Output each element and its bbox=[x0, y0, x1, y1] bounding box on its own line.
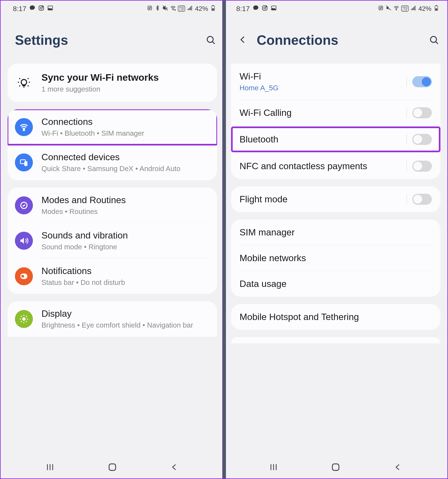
brightness-icon bbox=[15, 310, 33, 328]
settings-screen: 8:17 bbox=[1, 1, 224, 478]
back-icon[interactable] bbox=[238, 35, 251, 45]
svg-rect-13 bbox=[212, 5, 214, 6]
page-title: Connections bbox=[257, 32, 429, 48]
home-button[interactable] bbox=[329, 461, 342, 473]
partial-next-card bbox=[231, 337, 441, 343]
idea-icon bbox=[15, 76, 33, 89]
status-time: 8:17 bbox=[13, 5, 26, 13]
mute-icon bbox=[162, 5, 168, 12]
picture-icon bbox=[271, 5, 277, 13]
list-item-nfc[interactable]: NFC and contactless payments bbox=[231, 153, 441, 179]
home-button[interactable] bbox=[106, 461, 119, 473]
wifi-toggle[interactable] bbox=[412, 76, 432, 87]
svg-line-24 bbox=[19, 86, 20, 86]
svg-point-6 bbox=[173, 9, 173, 10]
navigation-bar bbox=[1, 456, 224, 478]
mobile-networks-title: Mobile networks bbox=[240, 253, 432, 264]
list-item-data-usage[interactable]: Data usage bbox=[231, 271, 441, 297]
display-group: Display Brightness • Eye comfort shield … bbox=[7, 301, 217, 337]
messages-icon bbox=[29, 5, 35, 13]
list-item-notifications[interactable]: Notifications Status bar • Do not distur… bbox=[7, 259, 217, 294]
notification-icon bbox=[15, 267, 33, 285]
recents-button[interactable] bbox=[267, 461, 280, 473]
bluetooth-toggle[interactable] bbox=[412, 134, 432, 145]
svg-rect-14 bbox=[212, 8, 214, 10]
svg-rect-55 bbox=[415, 6, 415, 10]
battery-percent: 42% bbox=[418, 5, 431, 13]
svg-rect-52 bbox=[411, 9, 412, 10]
data-usage-title: Data usage bbox=[240, 278, 432, 289]
sync-wifi-card[interactable]: Sync your Wi-Fi networks 1 more suggesti… bbox=[7, 64, 217, 102]
wifi-icon bbox=[394, 5, 399, 12]
connections-header: Connections bbox=[224, 17, 448, 64]
svg-rect-10 bbox=[190, 7, 191, 10]
recents-button[interactable] bbox=[44, 461, 56, 473]
svg-point-26 bbox=[23, 129, 25, 130]
list-item-wifi[interactable]: Wi-Fi Home A_5G bbox=[231, 64, 441, 100]
item-title: Modes and Routines bbox=[41, 194, 210, 206]
search-icon[interactable] bbox=[429, 35, 439, 45]
messages-icon bbox=[253, 5, 259, 13]
status-bar: 8:17 bbox=[1, 1, 224, 17]
list-item-display[interactable]: Display Brightness • Eye comfort shield … bbox=[7, 301, 217, 337]
svg-line-37 bbox=[21, 316, 22, 317]
list-item-flight-mode[interactable]: Flight mode bbox=[231, 186, 441, 212]
sync-subtitle: 1 more suggestion bbox=[41, 84, 210, 94]
wireless-group: Wi-Fi Home A_5G Wi-Fi Calling bbox=[231, 64, 441, 179]
wifi-network: Home A_5G bbox=[240, 83, 412, 93]
item-title: Connected devices bbox=[41, 152, 210, 163]
status-bar: 8:17 bbox=[224, 1, 448, 17]
flight-toggle[interactable] bbox=[412, 194, 432, 205]
search-icon[interactable] bbox=[206, 35, 216, 45]
wifi-calling-title: Wi-Fi Calling bbox=[240, 107, 412, 118]
back-button[interactable] bbox=[392, 461, 404, 473]
list-item-sim-manager[interactable]: SIM manager bbox=[231, 220, 441, 245]
wifi-icon bbox=[15, 118, 33, 136]
svg-point-2 bbox=[42, 6, 43, 7]
svg-rect-11 bbox=[191, 6, 192, 10]
flight-group: Flight mode bbox=[231, 186, 441, 212]
list-item-bluetooth[interactable]: Bluetooth bbox=[233, 128, 439, 151]
modes-group: Modes and Routines Modes • Routines Soun… bbox=[7, 188, 217, 294]
routines-icon bbox=[15, 196, 33, 214]
item-title: Notifications bbox=[41, 266, 210, 277]
list-item-connected-devices[interactable]: Connected devices Quick Share • Samsung … bbox=[7, 145, 217, 180]
list-item-modes-routines[interactable]: Modes and Routines Modes • Routines bbox=[7, 188, 217, 223]
nfc-title: NFC and contactless payments bbox=[240, 161, 412, 172]
back-button[interactable] bbox=[168, 461, 181, 473]
mute-icon bbox=[386, 5, 391, 12]
svg-rect-44 bbox=[109, 464, 116, 470]
svg-line-60 bbox=[436, 42, 438, 44]
svg-point-32 bbox=[22, 317, 26, 321]
list-item-connections[interactable]: Connections Wi-Fi • Bluetooth • SIM mana… bbox=[8, 110, 216, 144]
svg-point-1 bbox=[40, 7, 42, 9]
svg-line-38 bbox=[26, 321, 27, 322]
svg-rect-64 bbox=[332, 464, 339, 470]
svg-rect-28 bbox=[24, 161, 27, 166]
list-item-mobile-networks[interactable]: Mobile networks bbox=[231, 245, 441, 271]
item-title: Sounds and vibration bbox=[41, 230, 210, 241]
wifi-calling-toggle[interactable] bbox=[412, 107, 432, 118]
svg-line-39 bbox=[21, 321, 22, 322]
connections-group: Connections Wi-Fi • Bluetooth • SIM mana… bbox=[7, 109, 217, 180]
volte-icon: Vo))LTE bbox=[401, 6, 408, 12]
list-item-hotspot[interactable]: Mobile Hotspot and Tethering bbox=[231, 304, 441, 330]
item-subtitle: Wi-Fi • Bluetooth • SIM manager bbox=[41, 128, 210, 138]
sound-icon bbox=[15, 232, 33, 250]
sim-group: SIM manager Mobile networks Data usage bbox=[231, 220, 441, 297]
svg-line-23 bbox=[28, 78, 29, 79]
wifi-title: Wi-Fi bbox=[240, 71, 412, 82]
settings-header: Settings bbox=[1, 17, 224, 64]
list-item-sounds-vibration[interactable]: Sounds and vibration Sound mode • Ringto… bbox=[7, 223, 217, 259]
svg-point-59 bbox=[430, 36, 436, 42]
svg-line-16 bbox=[212, 42, 215, 44]
svg-text:+: + bbox=[174, 9, 176, 11]
instagram-icon bbox=[38, 5, 44, 13]
hotspot-title: Mobile Hotspot and Tethering bbox=[240, 312, 432, 322]
list-item-wifi-calling[interactable]: Wi-Fi Calling bbox=[231, 100, 441, 126]
highlight-connections: Connections Wi-Fi • Bluetooth • SIM mana… bbox=[7, 109, 217, 146]
flight-title: Flight mode bbox=[240, 194, 412, 205]
nfc-toggle[interactable] bbox=[412, 161, 432, 172]
svg-rect-53 bbox=[412, 8, 413, 10]
item-subtitle: Modes • Routines bbox=[41, 207, 210, 216]
